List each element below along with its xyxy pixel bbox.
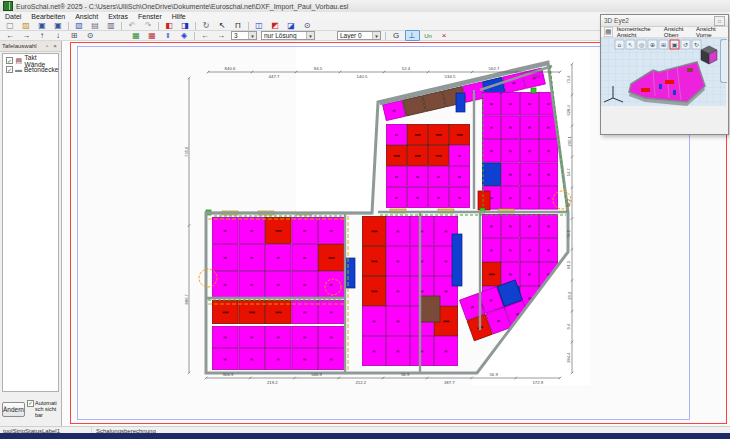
print-preview-icon[interactable]: ▥ [104, 20, 119, 31]
blue-panel[interactable] [456, 93, 465, 112]
viewer-menu-isometrische-ansicht[interactable]: Isometrische Ansicht [617, 26, 660, 38]
viewer-tool-zoom-in[interactable]: ⊕ [648, 40, 657, 49]
view-panels-mix-icon[interactable]: ◪ [284, 20, 299, 31]
chevron-down-icon[interactable]: ▾ [248, 32, 256, 39]
svg-text:534.5: 534.5 [445, 74, 456, 79]
brown-panel[interactable] [420, 296, 440, 322]
change-button[interactable]: Ändern [2, 402, 25, 417]
svg-text:52.4: 52.4 [402, 66, 411, 71]
blue-panel[interactable] [452, 234, 462, 286]
menu-ansicht[interactable]: Ansicht [70, 13, 103, 20]
menu-bearbeiten[interactable]: Bearbeiten [26, 13, 70, 20]
menu-hilfe[interactable]: Hilfe [167, 13, 191, 20]
table-green-icon[interactable]: ▦ [129, 30, 144, 41]
panel-zone[interactable] [212, 217, 344, 297]
svg-text:290.1: 290.1 [567, 135, 572, 146]
step-forward-icon[interactable]: → [214, 30, 229, 41]
chevron-down-icon[interactable]: ▾ [306, 32, 314, 39]
wall-tool-icon[interactable]: Π [231, 20, 246, 31]
slab-panel[interactable] [482, 163, 500, 186]
svg-text:906.9: 906.9 [223, 372, 234, 377]
layer-select[interactable]: Layer 0▾ [337, 31, 381, 40]
pause-columns-icon[interactable]: ‖ [161, 30, 176, 41]
checkbox[interactable]: ✓ [6, 57, 13, 64]
grid-snap-icon[interactable]: G [389, 30, 404, 41]
combo-value: nur Lösung [262, 32, 306, 39]
solution-select[interactable]: nur Lösung▾ [261, 31, 315, 40]
viewer-side-tab[interactable] [720, 39, 727, 83]
pan-right-icon[interactable]: → [19, 30, 34, 41]
svg-text:219.2: 219.2 [267, 380, 278, 385]
tree-item-takt-wände[interactable]: ✓▤Takt Wände [4, 56, 57, 65]
auto-visible-checkbox[interactable]: ✓ [27, 400, 34, 407]
svg-text:840.6: 840.6 [225, 66, 236, 71]
view-panels-red-icon[interactable]: ◩ [268, 20, 283, 31]
toolbar-separator [385, 32, 386, 40]
window-title: EuroSchal.net® 2025 - C:\Users\UlliSch\O… [16, 3, 348, 10]
svg-text:9.4: 9.4 [567, 323, 572, 329]
viewer-tool-rotate-right[interactable]: ↻ [692, 40, 701, 49]
panel-zone[interactable] [212, 326, 344, 369]
viewer-dock-button[interactable]: □ [714, 16, 725, 26]
viewer-title: 3D Eye2 [604, 17, 714, 24]
slab-icon: ▬ [15, 66, 22, 73]
view-panels-blue-icon[interactable]: ◫ [252, 20, 267, 31]
toolbar-separator [195, 22, 196, 30]
viewer-tool-view-mode[interactable]: ▣ [670, 40, 679, 49]
svg-text:29.2: 29.2 [567, 291, 572, 300]
takt-select[interactable]: 3▾ [231, 31, 257, 40]
viewer-3d-window[interactable]: 3D Eye2 □ ▦Isometrische AnsichtAnsicht O… [600, 14, 729, 135]
tree-item-betondecke[interactable]: ✓▬Betondecke [4, 65, 57, 74]
viewer-3d-viewport[interactable]: ⌂↖◎⊕⊞▣↺↻ [601, 38, 726, 106]
menu-fenster[interactable]: Fenster [133, 13, 167, 20]
viewer-tool-home[interactable]: ⌂ [615, 40, 624, 49]
pan-up-icon[interactable]: ↑ [35, 30, 50, 41]
panel-zone[interactable] [386, 124, 469, 207]
selection-tree: ✓▤Takt Wände✓▬Betondecke [2, 53, 59, 392]
viewer-tool-orbit[interactable]: ◎ [637, 40, 646, 49]
menu-extras[interactable]: Extras [103, 13, 133, 20]
zoom-window-icon[interactable]: ⊞ [67, 30, 82, 41]
pin-icon[interactable]: ▫ [43, 42, 51, 50]
sidebar-title: Tafelauswahl [2, 43, 43, 49]
svg-text:447.7: 447.7 [269, 74, 280, 79]
tree-item-label: Betondecke [24, 66, 58, 73]
toolbar-separator [194, 32, 195, 40]
viewer-tool-zoom-window[interactable]: ⊞ [659, 40, 668, 49]
svg-text:⌂: ⌂ [618, 41, 622, 48]
step-back-icon[interactable]: ← [198, 30, 213, 41]
svg-text:880.7: 880.7 [184, 293, 189, 304]
sidebar-header: Tafelauswahl ▫ × [0, 41, 61, 52]
svg-text:172.9: 172.9 [532, 380, 543, 385]
table-delete-icon[interactable]: ▦ [145, 30, 160, 41]
svg-text:94.5: 94.5 [314, 66, 323, 71]
viewer-menu-ansicht-oben[interactable]: Ansicht Oben [664, 26, 692, 38]
sidebar-panel: Tafelauswahl ▫ × ✓▤Takt Wände✓▬Betondeck… [0, 41, 62, 426]
red-panel[interactable] [478, 191, 490, 210]
svg-text:546.9: 546.9 [311, 372, 322, 377]
viewer-menu-icon[interactable]: ▦ [604, 27, 613, 37]
navigation-cube[interactable] [701, 46, 717, 64]
combo-value: 3 [232, 32, 248, 39]
viewer-tool-select[interactable]: ↖ [626, 40, 635, 49]
svg-text:284.4: 284.4 [567, 352, 572, 363]
green-panel[interactable] [531, 88, 536, 93]
pan-down-icon[interactable]: ↓ [51, 30, 66, 41]
zoom-icon[interactable]: ⊙ [300, 20, 315, 31]
chevron-down-icon[interactable]: ▾ [372, 32, 380, 39]
checkbox[interactable]: ✓ [6, 66, 13, 73]
viewer-tool-rotate-left[interactable]: ↺ [681, 40, 690, 49]
panel-zone[interactable] [482, 92, 557, 209]
viewer-menu-ansicht-vorne[interactable]: Ansicht Vorne [696, 26, 725, 38]
units-icon[interactable]: Un [421, 30, 436, 41]
menu-datei[interactable]: Datei [0, 13, 26, 20]
ortho-mode-icon[interactable]: ⊥ [405, 30, 420, 41]
sidebar-footer: Ändern ✓ Automatisch sichtbar [2, 394, 59, 424]
delete-solution-icon[interactable]: × [437, 30, 452, 41]
zoom-tool-icon[interactable]: ⊙ [83, 30, 98, 41]
pan-left-icon[interactable]: ← [3, 30, 18, 41]
panel-zone[interactable] [362, 216, 457, 365]
close-icon[interactable]: × [51, 42, 59, 50]
slab-view-icon[interactable]: ◈ [177, 30, 192, 41]
blue-panel[interactable] [346, 258, 355, 288]
